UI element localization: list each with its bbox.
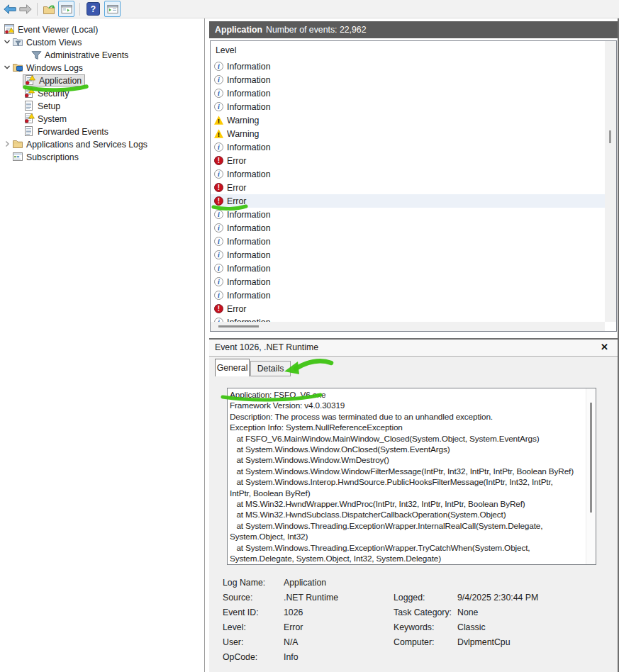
tree-item-event-viewer-local[interactable]: Event Viewer (Local) [0, 23, 203, 35]
field-row: Log Name: Application [209, 576, 618, 590]
level-icon [214, 75, 223, 84]
tree-item-security[interactable]: Security [0, 86, 203, 99]
event-row[interactable]: Information [211, 86, 616, 100]
tree-item-custom-views[interactable]: Custom Views [0, 35, 203, 48]
tree-item-forwarded-events[interactable]: Forwarded Events [0, 125, 203, 138]
event-row[interactable]: Information [211, 275, 616, 289]
event-row[interactable]: Information [211, 73, 616, 86]
tree-item-label: Setup [38, 101, 60, 111]
tree-item-administrative-events[interactable]: Administrative Events [0, 48, 203, 61]
level-icon [214, 237, 223, 246]
level-icon [214, 169, 223, 179]
back-icon[interactable] [4, 4, 16, 14]
event-row[interactable]: Information [211, 289, 616, 302]
vertical-scrollbar[interactable] [605, 41, 616, 322]
tree-item-label: Security [38, 88, 69, 99]
event-count: Number of events: 22,962 [266, 25, 367, 35]
toolbar [0, 0, 619, 18]
level-label: Information [227, 210, 271, 220]
field-row: Event ID: 1026 Task Category: None [209, 605, 618, 620]
tree-item-application[interactable]: Application [0, 74, 203, 86]
field-label: User: [223, 637, 243, 647]
field-label: OpCode: [223, 652, 257, 662]
field-value: Application [284, 578, 326, 588]
event-row[interactable]: Information [211, 262, 616, 275]
tab-details[interactable]: Details [250, 361, 291, 376]
event-row[interactable]: Information [211, 235, 616, 248]
chevron-right-icon[interactable] [2, 140, 12, 148]
event-row[interactable]: Information [211, 208, 616, 221]
level-label: Error [227, 183, 246, 193]
tree-pane-divider[interactable] [204, 18, 205, 672]
field-label: Computer: [394, 637, 434, 647]
column-header-level[interactable]: Level [211, 41, 616, 60]
open-saved-log-icon[interactable] [43, 4, 55, 15]
toolbar-separator [79, 3, 80, 16]
textbox-scrollbar[interactable] [586, 388, 596, 564]
chevron-down-icon[interactable] [2, 38, 12, 46]
event-fields: Log Name: Application Source: .NET Runti… [209, 576, 618, 665]
tree-item-applications-and-services-logs[interactable]: Applications and Services Logs [0, 138, 203, 150]
field-row: Source: .NET Runtime Logged: 9/4/2025 2:… [209, 590, 618, 605]
event-row[interactable]: Information [211, 167, 616, 181]
field-value: .NET Runtime [284, 593, 338, 603]
tree-item-system[interactable]: System [0, 112, 203, 125]
chevron-down-icon[interactable] [2, 63, 12, 72]
help-icon[interactable] [87, 2, 100, 16]
tree-item-subscriptions[interactable]: Subscriptions [0, 150, 203, 163]
event-viewer-icon [4, 23, 15, 35]
level-label: Warning [227, 116, 259, 125]
event-row[interactable]: Error [211, 302, 616, 315]
tree-item-label: Windows Logs [26, 62, 83, 73]
stack-line: at System.Windows.Threading.ExceptionWra… [230, 521, 586, 532]
event-row[interactable]: Information [211, 60, 616, 73]
field-label: Level: [223, 622, 246, 632]
level-icon [214, 142, 223, 152]
level-icon [214, 277, 223, 286]
tree-item-windows-logs[interactable]: Windows Logs [0, 61, 203, 74]
field-value: 9/4/2025 2:30:44 PM [457, 593, 538, 603]
event-row[interactable]: Error [211, 194, 616, 208]
tree-item-setup[interactable]: Setup [0, 99, 203, 112]
action-pane-toggle-icon[interactable] [104, 1, 121, 17]
event-row[interactable]: Information [211, 248, 616, 262]
tree-item-label: Event Viewer (Local) [18, 24, 98, 35]
event-row[interactable]: Error [211, 154, 616, 167]
vertical-scrollbar-thumb[interactable] [609, 130, 611, 143]
field-label: Keywords: [394, 622, 434, 632]
horizontal-scrollbar-thumb[interactable] [218, 325, 259, 327]
level-label: Information [227, 237, 271, 247]
level-icon [214, 264, 223, 273]
log-header-bar: Application Number of events: 22,962 [209, 21, 618, 38]
field-value: Classic [457, 622, 486, 632]
stack-line: Description: The process was terminated … [230, 412, 586, 422]
tree-item-label: System [38, 113, 67, 124]
level-icon [214, 129, 223, 138]
log-alert-icon [24, 74, 35, 86]
console-tree-toggle-icon[interactable] [58, 1, 74, 17]
event-row[interactable]: Warning [211, 113, 616, 127]
level-label: Information [227, 142, 271, 152]
event-row[interactable]: Error [211, 181, 616, 194]
close-icon[interactable]: ✕ [601, 342, 608, 352]
stack-line: at System.Windows.Threading.ExceptionWra… [230, 543, 586, 554]
tree-item-label: Forwarded Events [38, 126, 108, 137]
field-label: Log Name: [223, 578, 265, 588]
event-row[interactable]: Warning [211, 127, 616, 140]
field-value: None [457, 607, 478, 617]
forward-icon[interactable] [19, 4, 32, 14]
tree-item-label: Applications and Services Logs [26, 139, 147, 150]
field-label: Source: [223, 593, 252, 603]
horizontal-scrollbar[interactable] [211, 322, 605, 331]
exception-text: Application: FSFO_V6.exe Framework Versi… [230, 390, 586, 564]
field-value: Error [284, 622, 303, 632]
general-description-box: Application: FSFO_V6.exe Framework Versi… [227, 388, 596, 565]
level-label: Information [227, 169, 271, 179]
event-row[interactable]: Information [211, 221, 616, 235]
log-plain-icon [23, 100, 35, 111]
textbox-scrollbar-thumb[interactable] [590, 403, 592, 513]
stack-line: at System.Windows.Window.OnClosed(System… [230, 444, 586, 455]
event-row[interactable]: Information [211, 140, 616, 154]
tab-general[interactable]: General [215, 359, 250, 376]
event-row[interactable]: Information [211, 100, 616, 113]
